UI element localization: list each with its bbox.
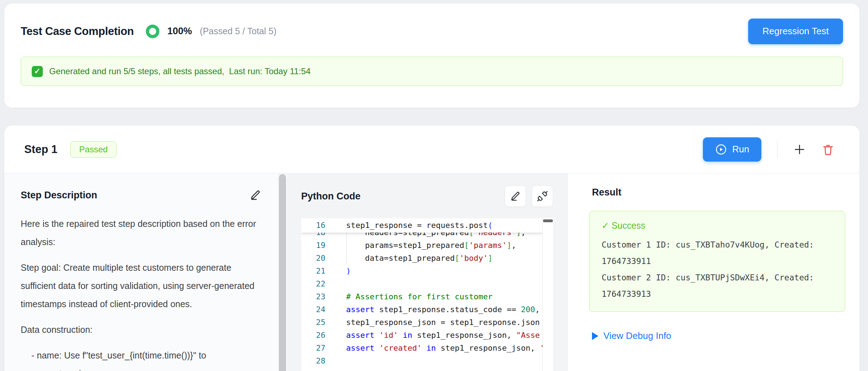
code-line: 22 (301, 278, 542, 290)
code-line: 24assert step1_response.status_code == 2… (301, 303, 542, 316)
description-paragraph: Here is the repaired test step descripti… (21, 215, 261, 251)
code-editor[interactable]: 18 headers=step1_prepared['headers'],19 … (301, 218, 553, 371)
run-button-label: Run (732, 144, 749, 155)
success-label: ✓ Success (602, 220, 833, 231)
add-step-button[interactable] (793, 143, 806, 156)
code-line: 28 (301, 355, 542, 367)
status-badge: Passed (70, 141, 117, 158)
python-code-title: Python Code (301, 191, 361, 202)
step-description-text: Here is the repaired test step descripti… (21, 215, 261, 371)
run-button[interactable]: Run (703, 137, 761, 162)
view-debug-info-label: View Debug Info (603, 330, 671, 341)
code-line: 26assert 'id' in step1_response_json, "A… (301, 329, 542, 342)
regression-test-button[interactable]: Regression Test (748, 19, 843, 44)
repair-code-button[interactable] (532, 186, 553, 207)
code-line: 21) (301, 265, 542, 278)
progress-donut-icon (146, 25, 159, 38)
play-circle-icon (715, 143, 727, 156)
indent-guide (346, 233, 347, 265)
title-row: Test Case Completion 100% (Passed 5 / To… (21, 18, 843, 45)
plus-icon (793, 143, 806, 156)
view-debug-info-link[interactable]: View Debug Info (592, 330, 671, 341)
description-paragraph: Data construction: (21, 321, 261, 339)
delete-step-button[interactable] (822, 143, 834, 156)
plug-connector-icon (537, 190, 548, 202)
code-line: 27assert 'created' in step1_response_jso… (301, 342, 542, 355)
description-paragraph: Step goal: Create multiple test customer… (21, 259, 261, 313)
triangle-right-icon (592, 332, 598, 340)
test-case-completion-card: Test Case Completion 100% (Passed 5 / To… (4, 4, 859, 108)
code-lines: 18 headers=step1_prepared['headers'],19 … (301, 218, 542, 371)
code-scrollbar-thumb[interactable] (543, 219, 553, 222)
header-divider (777, 140, 777, 159)
panel-resize-track (278, 173, 287, 371)
banner-text: Generated and run 5/5 steps, all tests p… (49, 66, 311, 76)
code-line: 25step1_response_json = step1_response.j… (301, 316, 542, 329)
result-panel: Result ✓ Success Customer 1 ID: cus_TXBT… (567, 173, 859, 371)
sticky-code-line: 16step1_response = requests.post( (301, 218, 542, 233)
panel-resize-handle[interactable] (279, 174, 286, 371)
step-card: Step 1 Passed Run (4, 126, 859, 371)
code-line: 19 params=step1_prepared['params'], (301, 239, 542, 252)
trash-icon (822, 143, 834, 156)
pencil-icon (249, 189, 261, 201)
result-line: Customer 1 ID: cus_TXBTaho7v4KUog, Creat… (602, 237, 833, 269)
pencil-icon (510, 190, 521, 202)
completion-percent: 100% (167, 26, 192, 37)
success-banner: ✓ Generated and run 5/5 steps, all tests… (21, 57, 843, 86)
step-title: Step 1 (24, 143, 57, 156)
python-code-panel: Python Code (287, 173, 567, 371)
check-emoji-icon: ✓ (32, 66, 43, 77)
result-output: Customer 1 ID: cus_TXBTaho7v4KUog, Creat… (602, 237, 833, 302)
step-header: Step 1 Passed Run (4, 126, 859, 173)
step-description-panel: Step Description Here is the repaired te… (4, 173, 278, 371)
step-panels: Step Description Here is the repaired te… (4, 173, 859, 371)
result-success-box: ✓ Success Customer 1 ID: cus_TXBTaho7v4K… (589, 211, 845, 312)
code-line: 20 data=step1_prepared['body'] (301, 252, 542, 265)
description-paragraph: - name: Use f"test_user_{int(time.time()… (21, 346, 261, 371)
result-line: Customer 2 ID: cus_TXBTUPjSDwXEi4, Creat… (602, 269, 833, 302)
code-line: 23# Assertions for first customer (301, 290, 542, 303)
result-title: Result (592, 187, 845, 198)
edit-description-button[interactable] (249, 189, 261, 201)
step-description-title: Step Description (21, 190, 97, 201)
code-scrollbar[interactable] (542, 218, 553, 371)
passed-total-summary: (Passed 5 / Total 5) (200, 26, 276, 36)
edit-code-button[interactable] (505, 186, 526, 207)
page-title: Test Case Completion (21, 25, 134, 38)
